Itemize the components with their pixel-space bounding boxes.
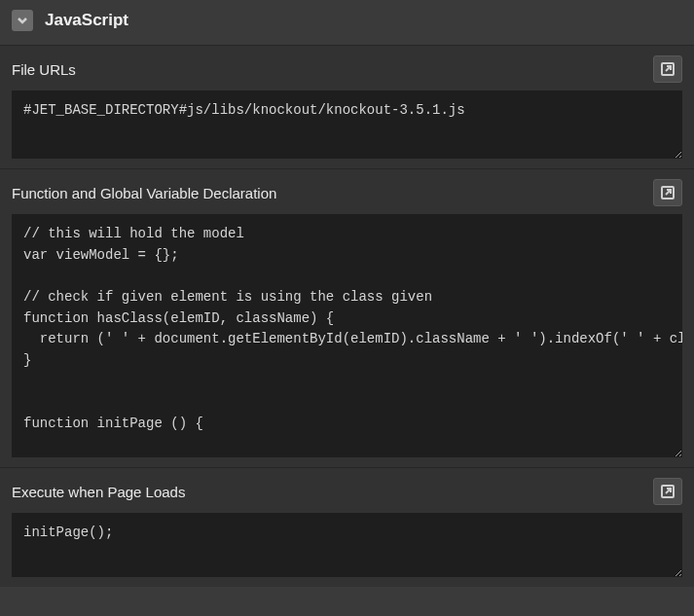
expand-function-decl-button[interactable] [653, 179, 682, 206]
javascript-panel: JavaScript File URLs Function and Global… [0, 0, 694, 616]
panel-header: JavaScript [0, 0, 694, 45]
expand-execute-on-load-button[interactable] [653, 478, 682, 505]
function-decl-label: Function and Global Variable Declaration [12, 185, 276, 201]
execute-on-load-section: Execute when Page Loads [0, 467, 694, 587]
file-urls-section: File URLs [0, 45, 694, 168]
function-decl-section: Function and Global Variable Declaration [0, 168, 694, 467]
section-header: Function and Global Variable Declaration [12, 179, 682, 206]
section-header: File URLs [12, 55, 682, 83]
file-urls-label: File URLs [12, 61, 76, 78]
execute-on-load-input[interactable] [12, 513, 682, 577]
collapse-toggle[interactable] [12, 10, 33, 31]
file-urls-input[interactable] [12, 91, 682, 159]
panel-title: JavaScript [45, 11, 128, 30]
execute-on-load-label: Execute when Page Loads [12, 484, 185, 500]
expand-icon [660, 61, 676, 77]
section-header: Execute when Page Loads [12, 478, 682, 505]
expand-icon [660, 185, 676, 200]
expand-file-urls-button[interactable] [653, 55, 682, 83]
function-decl-input[interactable] [12, 214, 682, 457]
chevron-down-icon [17, 15, 28, 26]
expand-icon [660, 484, 676, 499]
